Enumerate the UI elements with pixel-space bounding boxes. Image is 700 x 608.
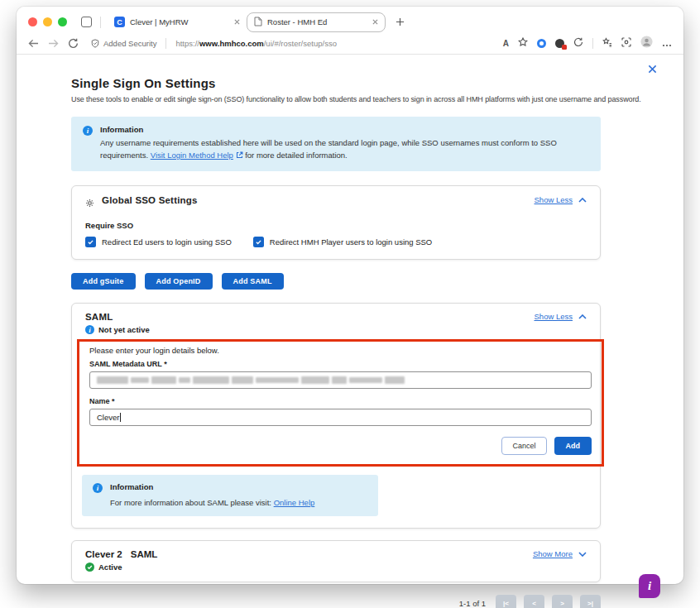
tab-strip: C Clever | MyHRW Roster - HMH Ed [17,7,683,32]
next-page-button[interactable]: > [552,595,573,608]
extension-dark-icon[interactable] [555,39,564,48]
help-widget-button[interactable]: i [639,574,660,598]
metadata-url-input[interactable] [89,371,592,389]
reload-icon[interactable] [68,38,79,49]
sso-settings-modal: Single Sign On Settings Use these tools … [17,55,683,584]
redirect-ed-checkbox-item: Redirect Ed users to login using SSO [85,237,232,247]
external-link-icon [236,151,243,159]
redirect-player-checkbox[interactable] [253,237,264,247]
provider-type: SAML [131,549,158,559]
forward-icon[interactable] [48,39,59,48]
info-icon: i [85,325,94,334]
top-info-banner: i Information Any username requirements … [71,117,601,171]
text-caret [120,413,121,422]
provider-status: Active [85,563,157,572]
pagination: 1-1 of 1 |< < > >| [71,595,601,608]
provider-show-more-toggle[interactable]: Show More [533,549,587,558]
visit-login-method-help-link[interactable]: Visit Login Method Help [151,151,233,160]
redacted-url-value [97,376,405,384]
favorites-add-icon[interactable] [518,36,528,50]
checkbox-label: Redirect Ed users to login using SSO [102,237,232,247]
add-openid-button[interactable]: Add OpenID [145,273,213,290]
url-domain: www.hmhco.com [199,39,264,48]
check-icon [255,238,262,246]
last-page-button[interactable]: >| [580,595,601,608]
toolbar-separator [592,38,593,49]
saml-info-body: For more information about SAML please v… [110,498,314,507]
clever-favicon: C [114,17,125,27]
help-icon: i [648,579,651,593]
saml-form-highlight: Please enter your login details below. S… [77,339,604,467]
close-traffic-light[interactable] [28,17,37,26]
info-icon: i [93,483,103,493]
page-subtitle: Use these tools to enable or edit single… [71,95,601,103]
tab-label: Clever | MyHRW [130,17,229,26]
browser-chrome: C Clever | MyHRW Roster - HMH Ed [17,7,683,55]
global-show-less-toggle[interactable]: Show Less [535,195,587,204]
global-card-title: Global SSO Settings [102,195,198,205]
checkbox-label: Redirect HMH Player users to login using… [270,237,432,247]
first-page-button[interactable]: |< [496,595,516,608]
add-gsuite-button[interactable]: Add gSuite [71,273,136,290]
cancel-button[interactable]: Cancel [501,437,546,455]
browser-window: C Clever | MyHRW Roster - HMH Ed [17,7,683,584]
read-aloud-icon[interactable]: A [503,39,509,48]
back-icon[interactable] [28,39,39,48]
saml-status: i Not yet active [85,325,150,334]
metadata-url-label: SAML Metadata URL * [89,360,592,368]
toolbar-icons: A [503,36,672,51]
form-actions: Cancel Add [89,437,592,455]
tab-overview-icon[interactable] [81,17,92,27]
previous-page-button[interactable]: < [524,595,544,608]
add-provider-buttons: Add gSuite Add OpenID Add SAML [71,273,601,290]
online-help-link[interactable]: Online Help [274,498,315,507]
info-banner-body: Any username requirements established he… [100,137,589,161]
security-label: Added Security [103,39,156,48]
global-sso-settings-card: Global SSO Settings Show Less Require SS… [71,185,601,260]
address-bar: Added Security https://www.hmhco.com/ui/… [17,32,683,54]
provider-name: Clever 2 [85,549,122,559]
chevron-up-icon [578,314,587,319]
add-button[interactable]: Add [554,437,592,455]
favorites-bar-icon[interactable] [602,36,612,50]
gear-icon [85,196,94,211]
close-tab-icon[interactable] [372,17,378,26]
security-badge[interactable]: Added Security [91,39,156,48]
saml-card: SAML i Not yet active Show Less Please e… [71,303,601,529]
name-input[interactable]: Clever [89,409,592,426]
name-label: Name * [89,397,592,405]
check-icon [87,238,94,246]
tab-clever-myhrw[interactable]: C Clever | MyHRW [108,12,247,32]
modal-close-icon[interactable] [648,62,657,77]
saml-info-title: Information [110,482,314,491]
extension-blue-icon[interactable] [537,39,546,48]
saml-info-box: i Information For more information about… [82,475,378,516]
provider-title: Clever 2 SAML [85,549,157,559]
info-icon: i [83,126,93,136]
web-capture-icon[interactable] [621,36,631,50]
redirect-ed-checkbox[interactable] [85,237,96,247]
form-intro: Please enter your login details below. [89,346,592,355]
extension-badge [562,45,567,50]
minimize-traffic-light[interactable] [43,17,52,26]
tab-label: Roster - HMH Ed [267,17,367,26]
saml-show-less-toggle[interactable]: Show Less [535,312,587,321]
active-check-icon [85,563,94,572]
zoom-traffic-light[interactable] [58,17,67,26]
more-options-icon[interactable] [662,36,672,50]
history-icon[interactable] [573,36,583,50]
add-saml-button[interactable]: Add SAML [222,273,284,290]
chevron-down-icon [578,552,587,557]
url-text[interactable]: https://www.hmhco.com/ui/#/roster/setup/… [175,39,336,48]
new-tab-icon[interactable] [396,16,405,29]
address-separator [165,38,166,49]
redirect-player-checkbox-item: Redirect HMH Player users to login using… [253,237,432,247]
close-tab-icon[interactable] [234,17,240,26]
saml-card-title: SAML [85,312,150,322]
tab-roster-hmh-ed[interactable]: Roster - HMH Ed [247,12,386,32]
modal-content: Single Sign On Settings Use these tools … [71,55,601,608]
page-title: Single Sign On Settings [71,76,601,90]
clever2-saml-card: Clever 2 SAML Active Show More [71,540,601,582]
profile-avatar[interactable] [640,36,653,51]
chevron-up-icon [578,198,587,203]
